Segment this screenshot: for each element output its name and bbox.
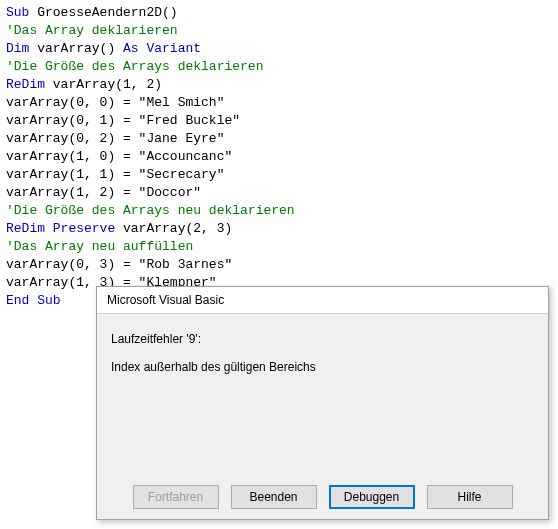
code-segment: 'Das Array neu auffüllen: [6, 239, 193, 254]
code-segment: varArray(): [29, 41, 123, 56]
code-segment: varArray(1, 2) = "Doccor": [6, 185, 201, 200]
error-code-label: Laufzeitfehler '9':: [111, 332, 534, 346]
code-editor[interactable]: Sub GroesseAendern2D()'Das Array deklari…: [0, 0, 558, 314]
code-line: Sub GroesseAendern2D(): [6, 4, 552, 22]
continue-button: Fortfahren: [133, 485, 219, 509]
code-line: varArray(0, 2) = "Jane Eyre": [6, 130, 552, 148]
code-segment: varArray(0, 3) = "Rob 3arnes": [6, 257, 232, 272]
code-segment: 'Das Array deklarieren: [6, 23, 178, 38]
code-line: 'Das Array neu auffüllen: [6, 238, 552, 256]
code-segment: 'Die Größe des Arrays neu deklarieren: [6, 203, 295, 218]
code-line: 'Die Größe des Arrays neu deklarieren: [6, 202, 552, 220]
code-segment: End Sub: [6, 293, 61, 308]
code-segment: varArray(0, 2) = "Jane Eyre": [6, 131, 224, 146]
dialog-title: Microsoft Visual Basic: [97, 287, 548, 314]
help-button[interactable]: Hilfe: [427, 485, 513, 509]
code-line: ReDim Preserve varArray(2, 3): [6, 220, 552, 238]
code-segment: GroesseAendern2D(): [29, 5, 177, 20]
code-line: varArray(1, 0) = "Accouncanc": [6, 148, 552, 166]
code-line: ReDim varArray(1, 2): [6, 76, 552, 94]
debug-button[interactable]: Debuggen: [329, 485, 415, 509]
code-line: varArray(1, 1) = "Secrecary": [6, 166, 552, 184]
code-segment: varArray(0, 0) = "Mel Smich": [6, 95, 224, 110]
code-line: 'Die Größe des Arrays deklarieren: [6, 58, 552, 76]
code-segment: varArray(1, 0) = "Accouncanc": [6, 149, 232, 164]
code-segment: Sub: [6, 5, 29, 20]
error-message: Index außerhalb des gültigen Bereichs: [111, 360, 534, 374]
code-line: varArray(1, 2) = "Doccor": [6, 184, 552, 202]
code-line: varArray(0, 0) = "Mel Smich": [6, 94, 552, 112]
code-segment: ReDim Preserve: [6, 221, 115, 236]
code-segment: varArray(0, 1) = "Fred Buckle": [6, 113, 240, 128]
dialog-body: Laufzeitfehler '9': Index außerhalb des …: [97, 314, 548, 482]
code-line: 'Das Array deklarieren: [6, 22, 552, 40]
code-line: Dim varArray() As Variant: [6, 40, 552, 58]
code-line: varArray(0, 3) = "Rob 3arnes": [6, 256, 552, 274]
code-line: varArray(0, 1) = "Fred Buckle": [6, 112, 552, 130]
code-segment: varArray(1, 1) = "Secrecary": [6, 167, 224, 182]
error-dialog: Microsoft Visual Basic Laufzeitfehler '9…: [96, 286, 549, 520]
code-segment: varArray(1, 2): [45, 77, 162, 92]
dialog-button-row: Fortfahren Beenden Debuggen Hilfe: [97, 485, 548, 509]
end-button[interactable]: Beenden: [231, 485, 317, 509]
code-segment: varArray(2, 3): [115, 221, 232, 236]
code-segment: ReDim: [6, 77, 45, 92]
code-segment: Dim: [6, 41, 29, 56]
code-segment: 'Die Größe des Arrays deklarieren: [6, 59, 263, 74]
code-segment: As Variant: [123, 41, 201, 56]
